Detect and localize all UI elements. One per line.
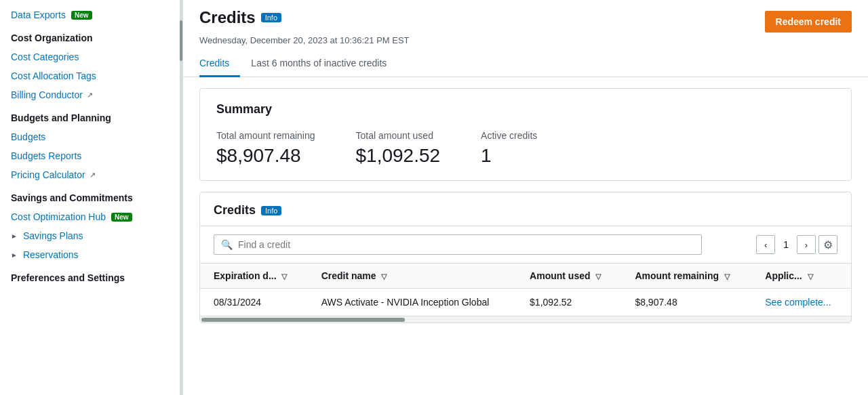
tab-inactive-credits[interactable]: Last 6 months of inactive credits	[251, 51, 397, 77]
sort-icon-expiration: ▽	[281, 272, 287, 280]
sidebar-header-preferences: Preferences and Settings	[0, 264, 182, 287]
sort-icon-applic: ▽	[808, 272, 813, 280]
table-controls: 🔍 ‹ 1 › ⚙	[200, 226, 851, 264]
expand-icon-reservations: ►	[11, 251, 18, 259]
page-title: Credits	[199, 8, 256, 27]
metric-label-active: Active credits	[481, 130, 537, 141]
page-header: Credits Info Redeem credit	[183, 0, 868, 33]
pagination-prev-button[interactable]: ‹	[756, 235, 775, 254]
search-input[interactable]	[238, 239, 694, 250]
cell-applic[interactable]: See complete...	[751, 289, 851, 316]
page-title-row: Credits Info	[199, 8, 281, 27]
sidebar-item-savings-plans[interactable]: ► Savings Plans	[0, 226, 182, 245]
search-box[interactable]: 🔍	[214, 234, 702, 255]
sidebar-item-pricing-calculator[interactable]: Pricing Calculator ↗	[0, 165, 182, 184]
pagination-current-page: 1	[778, 239, 794, 250]
credits-section-header: Credits Info	[200, 192, 851, 226]
metric-active-credits: Active credits 1	[481, 130, 537, 167]
tab-credits[interactable]: Credits	[199, 51, 240, 77]
metric-value-remaining: $8,907.48	[216, 145, 315, 167]
sidebar-link-billing-conductor[interactable]: Billing Conductor	[11, 89, 83, 100]
cell-credit-name: AWS Activate - NVIDIA Inception Global	[308, 289, 516, 316]
summary-card: Summary Total amount remaining $8,907.48…	[199, 88, 852, 181]
horizontal-scrollbar[interactable]	[200, 316, 851, 323]
col-header-expiration-date[interactable]: Expiration d... ▽	[200, 264, 308, 289]
metric-label-remaining: Total amount remaining	[216, 130, 315, 141]
info-badge-header[interactable]: Info	[261, 13, 281, 22]
sidebar-scrollbar-thumb	[180, 20, 182, 61]
sidebar-link-budgets[interactable]: Budgets	[11, 131, 45, 142]
search-icon: 🔍	[221, 239, 233, 250]
sidebar-item-data-exports[interactable]: Data Exports New	[0, 5, 182, 24]
sidebar-item-budgets-reports[interactable]: Budgets Reports	[0, 146, 182, 165]
table-settings-button[interactable]: ⚙	[818, 235, 837, 254]
metric-value-active: 1	[481, 145, 537, 167]
redeem-credit-button[interactable]: Redeem credit	[765, 11, 852, 33]
pagination-controls: ‹ 1 › ⚙	[756, 235, 837, 254]
sidebar: Data Exports New Cost Organization Cost …	[0, 0, 183, 395]
sidebar-link-budgets-reports[interactable]: Budgets Reports	[11, 150, 81, 161]
sidebar-link-data-exports[interactable]: Data Exports	[11, 9, 66, 20]
sidebar-link-reservations[interactable]: Reservations	[23, 249, 79, 260]
sidebar-header-cost-organization: Cost Organization	[0, 24, 182, 47]
sidebar-item-cost-optimization-hub[interactable]: Cost Optimization Hub New	[0, 207, 182, 226]
sidebar-badge-cost-optimization: New	[111, 213, 132, 222]
metric-total-used: Total amount used $1,092.52	[356, 130, 441, 167]
table-header-row: Expiration d... ▽ Credit name ▽ Amount u…	[200, 264, 851, 289]
cell-expiration-date: 08/31/2024	[200, 289, 308, 316]
sidebar-link-pricing-calculator[interactable]: Pricing Calculator	[11, 169, 85, 180]
col-header-applic[interactable]: Applic... ▽	[751, 264, 851, 289]
sidebar-link-cost-optimization-hub[interactable]: Cost Optimization Hub	[11, 211, 106, 222]
sort-icon-credit-name: ▽	[381, 272, 387, 280]
sidebar-link-savings-plans[interactable]: Savings Plans	[23, 230, 83, 241]
metric-value-used: $1,092.52	[356, 145, 441, 167]
metric-label-used: Total amount used	[356, 130, 441, 141]
col-header-amount-used[interactable]: Amount used ▽	[516, 264, 621, 289]
sidebar-item-reservations[interactable]: ► Reservations	[0, 245, 182, 264]
sort-icon-amount-used: ▽	[595, 272, 601, 280]
sidebar-link-cost-allocation-tags[interactable]: Cost Allocation Tags	[11, 70, 96, 81]
sidebar-scrollbar-track	[180, 0, 182, 395]
cell-amount-used: $1,092.52	[516, 289, 621, 316]
summary-title: Summary	[216, 102, 835, 117]
metric-total-remaining: Total amount remaining $8,907.48	[216, 130, 315, 167]
table-row: 08/31/2024 AWS Activate - NVIDIA Incepti…	[200, 289, 851, 316]
applic-link[interactable]: See complete...	[765, 297, 831, 308]
col-header-amount-remaining[interactable]: Amount remaining ▽	[621, 264, 751, 289]
sidebar-item-budgets[interactable]: Budgets	[0, 127, 182, 146]
sidebar-item-cost-categories[interactable]: Cost Categories	[0, 47, 182, 66]
tabs-bar: Credits Last 6 months of inactive credit…	[183, 51, 868, 77]
expand-icon-savings-plans: ►	[11, 232, 18, 240]
horizontal-scrollbar-thumb	[201, 318, 405, 322]
sidebar-badge-data-exports: New	[71, 11, 92, 20]
sidebar-item-cost-allocation-tags[interactable]: Cost Allocation Tags	[0, 66, 182, 85]
credits-section: Credits Info 🔍 ‹ 1 › ⚙ Expiration d... ▽	[199, 192, 852, 323]
sidebar-header-budgets-planning: Budgets and Planning	[0, 104, 182, 127]
sort-icon-amount-remaining: ▽	[724, 272, 730, 280]
summary-metrics: Total amount remaining $8,907.48 Total a…	[216, 130, 835, 167]
sidebar-header-savings: Savings and Commitments	[0, 184, 182, 207]
main-content: Credits Info Redeem credit Wednesday, De…	[183, 0, 868, 395]
sidebar-item-billing-conductor[interactable]: Billing Conductor ↗	[0, 85, 182, 104]
col-header-credit-name[interactable]: Credit name ▽	[308, 264, 516, 289]
pagination-next-button[interactable]: ›	[797, 235, 816, 254]
cell-amount-remaining: $8,907.48	[621, 289, 751, 316]
sidebar-link-cost-categories[interactable]: Cost Categories	[11, 51, 79, 62]
credits-data-table: Expiration d... ▽ Credit name ▽ Amount u…	[200, 264, 851, 316]
timestamp: Wednesday, December 20, 2023 at 10:36:21…	[183, 33, 868, 51]
external-link-icon: ↗	[87, 91, 93, 100]
info-badge-credits[interactable]: Info	[261, 206, 281, 215]
external-link-icon-pricing: ↗	[90, 171, 96, 180]
credits-section-title: Credits	[214, 203, 256, 217]
